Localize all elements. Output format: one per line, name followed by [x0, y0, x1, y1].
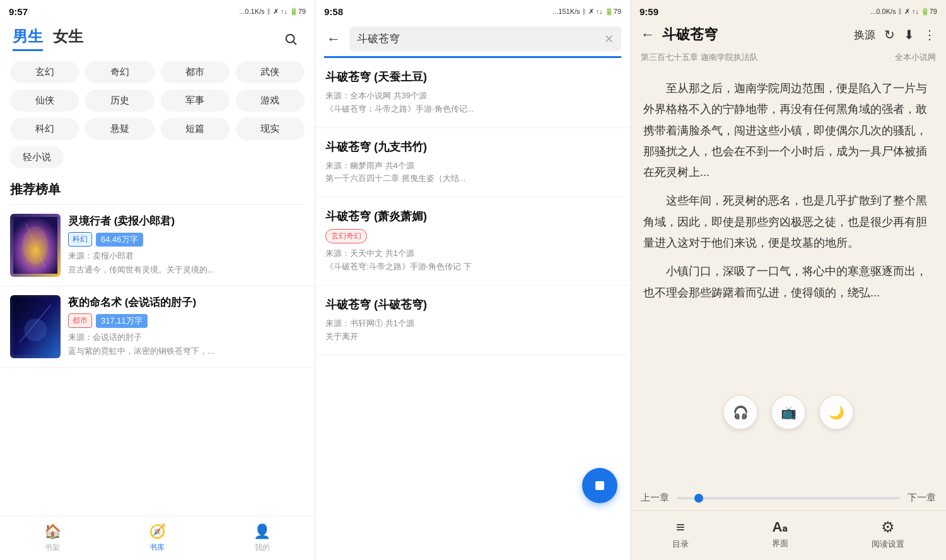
timer-button[interactable]: 🌙 — [820, 396, 853, 429]
gender-tabs: 男生 女生 — [13, 26, 83, 51]
progress-indicator — [694, 494, 703, 503]
tag-duanpian[interactable]: 短篇 — [161, 118, 230, 140]
prev-chapter-button[interactable]: 上一章 — [641, 492, 669, 504]
result-title-2: 斗破苍穹 (九支书竹) — [325, 139, 620, 155]
back-button-3[interactable]: ← — [641, 26, 655, 43]
tag-youxi[interactable]: 游戏 — [236, 90, 305, 112]
book-info-1: 灵境行者 (卖报小郎君) 科幻 64.46万字 来源：卖报小郎君 亘古通今，传闻… — [68, 214, 305, 277]
reading-left-controls: ← 斗破苍穹 — [641, 25, 718, 44]
chapter-info: 第三百七十五章 迦南学院执法队 — [641, 52, 758, 63]
tag-row-single: 轻小说 — [0, 140, 315, 168]
book-cover-2 — [10, 295, 61, 358]
tag-xianxia[interactable]: 仙侠 — [10, 90, 79, 112]
result-item-1[interactable]: 斗破苍穹 (天蚕土豆) 来源：全本小说网 共39个源 《斗破苍穹：斗帝之路》手游… — [315, 58, 630, 128]
tag-lishi[interactable]: 历史 — [85, 90, 154, 112]
result-item-3[interactable]: 斗破苍穹 (萧炎萧媚) 玄幻奇幻 来源：天天中文 共1个源 《斗破苍穹:斗帝之路… — [315, 197, 630, 286]
nav-library[interactable]: 🧭 书库 — [138, 523, 176, 553]
book-title-2: 夜的命名术 (会说话的肘子) — [68, 295, 305, 310]
nav-bookshelf-label: 书架 — [45, 542, 60, 553]
result-item-4[interactable]: 斗破苍穹 (斗破苍穹) 来源：书轩网① 共1个源 关于离开 — [315, 286, 630, 356]
next-chapter-button[interactable]: 下一章 — [908, 492, 936, 504]
cover-image-2 — [10, 295, 61, 358]
tab-male[interactable]: 男生 — [13, 26, 43, 51]
cover-image-1 — [10, 214, 61, 277]
book-tags-1: 科幻 64.46万字 — [68, 232, 305, 247]
download-button[interactable]: ⬇ — [904, 27, 914, 42]
genre-tag-xuanhuan: 玄幻奇幻 — [325, 229, 367, 243]
reading-topbar: ← 斗破苍穹 换源 ↻ ⬇ ⋮ — [631, 23, 946, 49]
book-item-2[interactable]: 夜的命名术 (会说话的肘子) 都市 317.11万字 来源：会说话的肘子 蓝与紫… — [0, 286, 315, 368]
result-meta-4: 来源：书轩网① 共1个源 关于离开 — [325, 317, 620, 344]
search-clear-button[interactable]: ✕ — [604, 32, 614, 46]
more-button[interactable]: ⋮ — [923, 27, 936, 42]
svg-point-6 — [24, 318, 47, 341]
tag-dushi[interactable]: 都市 — [161, 61, 230, 83]
book-title-1: 灵境行者 (卖报小郎君) — [68, 214, 305, 228]
settings-button[interactable]: ⚙ 阅读设置 — [872, 518, 904, 550]
tag-kehuan[interactable]: 科幻 — [10, 118, 79, 140]
status-icons-1: ...0.1K/s ᛒ ✗ ↑↓ 🔋79 — [239, 8, 306, 16]
reading-progress-bar[interactable] — [677, 497, 900, 499]
gender-search-bar: 男生 女生 — [0, 23, 315, 54]
book-item-1[interactable]: 灵境行者 (卖报小郎君) 科幻 64.46万字 来源：卖报小郎君 亘古通今，传闻… — [0, 205, 315, 286]
fab-stop-button[interactable] — [582, 468, 617, 503]
tag-xuanyi[interactable]: 悬疑 — [85, 118, 154, 140]
font-button[interactable]: Aₐ 界面 — [772, 519, 788, 549]
result-meta-2: 来源：幽梦雨声 共4个源 第一千六百四十二章 摇曳生姿（大结... — [325, 160, 620, 186]
back-button-2[interactable]: ← — [324, 28, 343, 50]
book-cover-1 — [10, 214, 61, 277]
reading-right-controls: 换源 ↻ ⬇ ⋮ — [854, 27, 936, 42]
result-genres-3: 玄幻奇幻 — [325, 229, 620, 243]
time-2: 9:58 — [324, 6, 343, 17]
book-desc-2: 蓝与紫的霓虹中，浓密的钢铁苍穹下，... — [68, 346, 305, 357]
cast-button[interactable]: 📺 — [772, 396, 805, 429]
mine-icon: 👤 — [254, 523, 271, 540]
time-3: 9:59 — [639, 6, 658, 17]
status-icons-2: ...151K/s ᛒ ✗ ↑↓ 🔋79 — [552, 8, 621, 16]
settings-icon: ⚙ — [881, 518, 895, 536]
result-item-2[interactable]: 斗破苍穹 (九支书竹) 来源：幽梦雨声 共4个源 第一千六百四十二章 摇曳生姿（… — [315, 128, 630, 198]
panel-library: 9:57 ...0.1K/s ᛒ ✗ ↑↓ 🔋79 男生 女生 玄幻 奇幻 都市… — [0, 0, 315, 560]
floating-controls: 🎧 📺 🌙 — [631, 396, 946, 429]
search-bar: ← 斗破苍穹 ✕ — [315, 23, 630, 56]
tag-xuanhuan[interactable]: 玄幻 — [10, 61, 79, 83]
bottom-nav-1: 🏠 书架 🧭 书库 👤 我的 — [0, 516, 315, 560]
tag-junshi[interactable]: 军事 — [161, 90, 230, 112]
nav-bookshelf[interactable]: 🏠 书架 — [33, 523, 71, 553]
book-source-1: 来源：卖报小郎君 — [68, 250, 305, 262]
catalog-icon: ≡ — [676, 518, 685, 536]
book-tags-2: 都市 317.11万字 — [68, 313, 305, 328]
search-input-box[interactable]: 斗破苍穹 ✕ — [349, 26, 621, 51]
tag-qihuan[interactable]: 奇幻 — [85, 61, 154, 83]
font-icon: Aₐ — [773, 519, 788, 535]
nav-mine-label: 我的 — [255, 542, 270, 553]
panel-reading: 9:59 ...0.0K/s ᛒ ✗ ↑↓ 🔋79 ← 斗破苍穹 换源 ↻ ⬇ … — [631, 0, 946, 560]
status-bar-3: 9:59 ...0.0K/s ᛒ ✗ ↑↓ 🔋79 — [631, 0, 946, 23]
search-button[interactable] — [279, 28, 302, 50]
word-count-1: 64.46万字 — [96, 233, 143, 247]
status-bar-2: 9:58 ...151K/s ᛒ ✗ ↑↓ 🔋79 — [315, 0, 630, 23]
search-query-text: 斗破苍穹 — [357, 32, 400, 46]
book-desc-1: 亘古通今，传闻世有灵境。关于灵境的... — [68, 264, 305, 276]
refresh-button[interactable]: ↻ — [884, 27, 895, 42]
paragraph-1: 至从那之后，迦南学院周边范围，便是陷入了一片与外界格格不入的宁静地带，再没有任何… — [643, 78, 933, 183]
book-list: 灵境行者 (卖报小郎君) 科幻 64.46万字 来源：卖报小郎君 亘古通今，传闻… — [0, 205, 315, 516]
change-source-button[interactable]: 换源 — [854, 28, 875, 42]
time-1: 9:57 — [9, 6, 28, 17]
genre-badge-1: 科幻 — [68, 232, 92, 247]
nav-library-label: 书库 — [149, 542, 165, 553]
panel-search: 9:58 ...151K/s ᛒ ✗ ↑↓ 🔋79 ← 斗破苍穹 ✕ 斗破苍穹 … — [315, 0, 631, 560]
reading-bottom-toolbar: ≡ 目录 Aₐ 界面 ⚙ 阅读设置 — [631, 510, 946, 560]
book-info-2: 夜的命名术 (会说话的肘子) 都市 317.11万字 来源：会说话的肘子 蓝与紫… — [68, 295, 305, 358]
result-title-3: 斗破苍穹 (萧炎萧媚) — [325, 209, 620, 224]
tag-xianshi[interactable]: 现实 — [236, 118, 305, 140]
audio-button[interactable]: 🎧 — [724, 396, 757, 429]
catalog-button[interactable]: ≡ 目录 — [672, 518, 689, 550]
result-meta-3: 来源：天天中文 共1个源 《斗破苍穹:斗帝之路》手游·角色传记 下 — [325, 247, 620, 274]
reading-title: 斗破苍穹 — [662, 25, 718, 44]
book-source-2: 来源：会说话的肘子 — [68, 332, 305, 343]
tag-qingxiaoshuo[interactable]: 轻小说 — [10, 146, 64, 168]
nav-mine[interactable]: 👤 我的 — [243, 523, 281, 553]
tag-wuxia[interactable]: 武侠 — [236, 61, 305, 83]
tab-female[interactable]: 女生 — [53, 26, 83, 51]
